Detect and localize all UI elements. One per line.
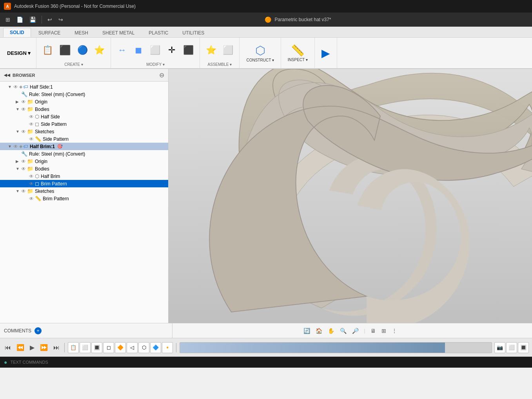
tl-first-btn[interactable]: ⏮ [3,343,13,352]
tl-tool-5[interactable]: 🔶 [115,342,126,353]
tree-item-half-brim-1[interactable]: 👁 ◈ 🏷 Half Brim:1 🎯 [0,143,168,150]
tree-item-sketches-2[interactable]: 👁 📁 Sketches [0,187,168,195]
press-pull-btn[interactable]: ↔️ [114,43,130,57]
revolve-btn[interactable]: 🔵 [74,43,91,57]
tree-item-brim-pattern-body[interactable]: 👁 ◻ Brim Pattern [0,180,168,187]
half-brim-1-text: Half Brim:1 [30,144,55,149]
tl-tool-4[interactable]: ◻ [103,342,114,353]
more-view-btn[interactable]: ⋮ [390,326,399,335]
tree-item-half-side-1[interactable]: 👁 ◈ 🏷 Half Side:1 [0,83,168,91]
main-area: ◀◀ BROWSER ⊖ 👁 ◈ 🏷 Half Side:1 🔧 Rule: S… [0,69,532,323]
design-menu-button[interactable]: DESIGN ▾ [2,38,36,68]
new-button[interactable]: 📄 [14,15,25,24]
tree-item-origin-2[interactable]: 👁 📁 Origin [0,158,168,165]
tab-utilities[interactable]: UTILITIES [176,28,211,37]
text-commands-bar: ● [0,357,532,368]
sketches-1-text: Sketches [35,129,54,134]
project-title: Parametric bucket hat v37* [274,17,331,22]
left-panel: ◀◀ BROWSER ⊖ 👁 ◈ 🏷 Half Side:1 🔧 Rule: S… [0,69,169,323]
tl-tool-6[interactable]: ◁ [127,342,138,353]
more-btn[interactable]: ▶ [318,44,334,62]
zoom-btn[interactable]: 🔎 [350,326,361,335]
assemble-group: ⭐ ⬜ ASSEMBLE ▾ [200,38,240,68]
text-commands-input[interactable] [10,360,528,365]
construct-group: ⬡ CONSTRUCT ▾ [240,38,281,68]
tl-tool-9[interactable]: 🔸 [162,342,173,353]
tab-solid[interactable]: SOLID [3,28,31,37]
tl-tools-right: 📷 ⬜ 🔳 [494,342,529,353]
special-btn[interactable]: ⭐ [91,43,107,57]
grid-view-btn[interactable]: ⊞ [379,326,388,335]
tl-track[interactable] [180,342,492,353]
extrude-btn[interactable]: ⬛ [56,43,74,58]
tree-item-origin-1[interactable]: 👁 📁 Origin [0,98,168,105]
create-group: 📋 ⬛ 🔵 ⭐ CREATE ▾ [36,38,111,68]
tree-item-rule-1[interactable]: 🔧 Rule: Steel (mm) (Convert) [0,91,168,98]
move-btn[interactable]: ✛ [164,43,180,57]
tree-item-sketches-1[interactable]: 👁 📁 Sketches [0,128,168,135]
tree-item-half-brim-body[interactable]: 👁 ⬡ Half Brim [0,172,168,180]
construct-btn[interactable]: ⬡ CONSTRUCT ▾ [243,41,277,65]
more-group: ▶ [315,38,337,68]
tl-tool-r2[interactable]: ⬜ [506,342,517,353]
brim-pattern-body-text: Brim Pattern [41,181,67,187]
chamfer-btn[interactable]: ⬜ [147,43,163,57]
half-brim-body-text: Half Brim [41,174,60,179]
tree-item-bodies-1[interactable]: 👁 📁 Bodies [0,105,168,113]
bodies-2-text: Bodies [35,166,49,172]
browser-collapse-btn[interactable]: ⊖ [159,71,164,79]
tree-item-half-side-body[interactable]: 👁 ⬡ Half Side [0,113,168,120]
joint-btn[interactable]: ⭐ [203,43,219,57]
tree-item-rule-2[interactable]: 🔧 Rule: Steel (mm) (Convert) [0,150,168,158]
combine-btn[interactable]: ⬛ [180,43,196,57]
fillet-btn[interactable]: ◼ [131,43,146,57]
side-pattern-sketch-text: Side Pattern [43,136,69,142]
create-label[interactable]: CREATE ▾ [64,61,83,67]
tl-prev-btn[interactable]: ⏪ [15,343,26,352]
tl-tool-3[interactable]: 🔳 [91,342,102,353]
modify-label[interactable]: MODIFY ▾ [146,61,164,67]
home-btn[interactable]: 🏠 [314,326,324,335]
tl-tool-1[interactable]: 📋 [68,342,79,353]
search-btn[interactable]: 🔍 [338,326,349,335]
grid-button[interactable]: ⊞ [3,15,13,24]
viewport[interactable] [169,69,532,323]
tl-tool-7[interactable]: ⬡ [138,342,149,353]
tab-sheet-metal[interactable]: SHEET METAL [96,28,141,37]
inspect-btn[interactable]: 📏 INSPECT ▾ [284,41,311,65]
tl-tools: 📋 ⬜ 🔳 ◻ 🔶 ◁ ⬡ 🔷 🔸 [68,342,173,353]
inspect-label: INSPECT ▾ [288,58,308,62]
tab-mesh[interactable]: MESH [68,28,95,37]
tree-item-side-pattern-body[interactable]: 👁 ◻ Side Pattern [0,120,168,128]
browser-title: BROWSER [13,73,35,78]
display-btn[interactable]: 🖥 [369,326,378,335]
viewport-canvas[interactable] [169,69,532,323]
tl-next-btn[interactable]: ⏩ [38,343,49,352]
undo-button[interactable]: ↩ [45,15,54,24]
tl-play-btn[interactable]: ▶ [28,343,36,352]
bodies-1-text: Bodies [35,107,49,112]
tab-surface[interactable]: SURFACE [32,28,67,37]
hand-btn[interactable]: ✋ [326,326,336,335]
tree-item-bodies-2[interactable]: 👁 📁 Bodies [0,165,168,172]
tree-item-side-pattern-sketch[interactable]: 👁 📏 Side Pattern [0,135,168,143]
redo-button[interactable]: ↪ [56,15,65,24]
tl-sep-2 [176,343,176,352]
app-icon: A [4,3,11,10]
tab-plastic[interactable]: PLASTIC [142,28,175,37]
save-button[interactable]: 💾 [27,15,38,24]
assemble-label[interactable]: ASSEMBLE ▾ [208,61,232,67]
add-comment-btn[interactable]: + [34,327,42,334]
orbit-btn[interactable]: 🔄 [301,326,312,335]
quickaccess-toolbar: ⊞ 📄 💾 ↩ ↪ 🟠 Parametric bucket hat v37* [0,13,532,27]
tl-tool-r3[interactable]: 🔳 [518,342,529,353]
tree-item-brim-pattern-sketch[interactable]: 👁 📏 Brim Pattern [0,195,168,202]
joint2-btn[interactable]: ⬜ [220,43,236,57]
half-brim-target-icon: 🎯 [57,144,63,149]
tl-tool-2[interactable]: ⬜ [80,342,91,353]
collapse-icon[interactable]: ◀◀ [4,73,10,77]
new-component-btn[interactable]: 📋 [40,43,56,57]
tl-tool-r1[interactable]: 📷 [494,342,505,353]
tl-last-btn[interactable]: ⏭ [52,343,61,352]
tl-tool-8[interactable]: 🔷 [150,342,161,353]
